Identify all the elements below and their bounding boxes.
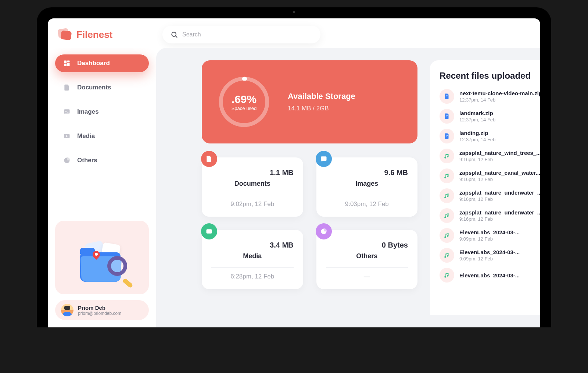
sidebar-item-documents[interactable]: Documents bbox=[55, 79, 149, 96]
sidebar-item-label: Media bbox=[77, 132, 95, 140]
user-card[interactable]: Priom Deb priom@priomdeb.com bbox=[55, 300, 149, 320]
images-icon bbox=[63, 108, 71, 116]
recent-item[interactable]: zapsplat_nature_underwater_...9:16pm, 12… bbox=[440, 208, 540, 223]
logo-icon bbox=[57, 26, 73, 43]
category-time: 6:28pm, 12 Feb bbox=[211, 273, 294, 280]
dashboard-icon bbox=[63, 60, 71, 67]
audio-icon bbox=[440, 228, 454, 243]
search-box[interactable] bbox=[162, 26, 320, 43]
media-icon bbox=[63, 132, 71, 140]
user-email: priom@priomdeb.com bbox=[78, 311, 121, 316]
recent-item[interactable]: ?landing.zip12:37pm, 14 Feb bbox=[440, 129, 540, 143]
audio-icon bbox=[440, 188, 454, 203]
svg-rect-5 bbox=[64, 64, 67, 66]
app-name: Filenest bbox=[76, 29, 112, 40]
storage-title: Available Storage bbox=[288, 92, 355, 101]
recent-file-name: zapsplat_nature_underwater_... bbox=[459, 209, 540, 216]
category-name: Media bbox=[211, 252, 294, 260]
category-time: 9:03pm, 12 Feb bbox=[326, 200, 408, 208]
category-name: Documents bbox=[211, 180, 294, 188]
recent-file-time: 12:37pm, 14 Feb bbox=[459, 117, 540, 122]
recent-item[interactable]: zapsplat_nature_underwater_...9:16pm, 12… bbox=[440, 188, 540, 203]
audio-icon bbox=[440, 149, 454, 163]
top-bar: Filenest bbox=[48, 18, 540, 48]
category-name: Images bbox=[326, 180, 408, 188]
category-time: — bbox=[326, 273, 408, 280]
sidebar-item-label: Dashboard bbox=[77, 60, 110, 67]
recent-file-time: 9:16pm, 12 Feb bbox=[459, 177, 540, 182]
recent-item[interactable]: zapsplat_nature_wind_trees_...9:16pm, 12… bbox=[440, 149, 540, 163]
svg-text:?: ? bbox=[446, 95, 448, 97]
sidebar-item-others[interactable]: Others bbox=[55, 152, 149, 169]
recent-file-name: landmark.zip bbox=[459, 110, 540, 116]
recent-file-time: 12:37pm, 14 Feb bbox=[459, 137, 540, 142]
recent-item[interactable]: ElevenLabs_2024-03-... bbox=[440, 268, 540, 283]
logo[interactable]: Filenest bbox=[57, 26, 152, 43]
category-card-media[interactable]: 3.4 MBMedia6:28pm, 12 Feb bbox=[202, 230, 303, 289]
category-card-documents[interactable]: 1.1 MBDocuments9:02pm, 12 Feb bbox=[202, 157, 303, 217]
sidebar-item-label: Documents bbox=[77, 84, 111, 91]
sidebar-item-images[interactable]: Images bbox=[55, 103, 149, 121]
recent-file-name: zapsplat_nature_underwater_... bbox=[459, 189, 540, 196]
audio-icon bbox=[440, 168, 454, 183]
category-size: 3.4 MB bbox=[211, 241, 294, 249]
svg-line-1 bbox=[176, 36, 177, 38]
media-icon bbox=[201, 223, 217, 239]
sidebar-item-label: Others bbox=[77, 157, 97, 164]
recent-file-time: 12:37pm, 14 Feb bbox=[459, 97, 540, 103]
recent-file-time: 9:16pm, 12 Feb bbox=[459, 216, 540, 222]
svg-rect-4 bbox=[67, 63, 70, 66]
recent-file-time: 9:09pm, 12 Feb bbox=[459, 256, 540, 262]
storage-gauge: .69% Space used bbox=[216, 74, 272, 129]
sidebar-item-dashboard[interactable]: Dashboard bbox=[55, 54, 149, 72]
sidebar-illustration bbox=[55, 221, 149, 294]
recent-file-name: landing.zip bbox=[459, 130, 540, 136]
category-card-others[interactable]: 0 BytesOthers— bbox=[316, 230, 418, 289]
svg-point-9 bbox=[221, 79, 267, 125]
recent-item[interactable]: ?landmark.zip12:37pm, 14 Feb bbox=[440, 109, 540, 124]
svg-text:?: ? bbox=[446, 115, 448, 117]
recent-file-name: ElevenLabs_2024-03-... bbox=[459, 272, 540, 278]
storage-subtitle: 14.1 MB / 2GB bbox=[288, 105, 355, 112]
svg-point-12 bbox=[322, 158, 323, 159]
svg-point-7 bbox=[65, 111, 67, 112]
recent-item[interactable]: ?next-temu-clone-video-main.zip12:37pm, … bbox=[440, 89, 540, 104]
documents-icon bbox=[201, 151, 217, 167]
recent-file-name: ElevenLabs_2024-03-... bbox=[459, 229, 540, 235]
category-time: 9:02pm, 12 Feb bbox=[211, 200, 294, 208]
audio-icon bbox=[440, 248, 454, 263]
others-icon bbox=[63, 157, 71, 164]
category-card-images[interactable]: 9.6 MBImages9:03pm, 12 Feb bbox=[316, 157, 418, 217]
recent-panel: Recent files uploaded ?next-temu-clone-v… bbox=[430, 60, 540, 315]
recent-file-name: next-temu-clone-video-main.zip bbox=[459, 90, 540, 96]
images-icon bbox=[316, 151, 332, 167]
category-size: 9.6 MB bbox=[326, 168, 408, 177]
svg-text:?: ? bbox=[446, 135, 448, 137]
recent-file-name: ElevenLabs_2024-03-... bbox=[459, 249, 540, 255]
avatar bbox=[61, 304, 74, 316]
recent-item[interactable]: ElevenLabs_2024-03-...9:09pm, 12 Feb bbox=[440, 228, 540, 243]
category-size: 0 Bytes bbox=[326, 241, 408, 249]
audio-icon bbox=[440, 268, 454, 283]
audio-icon bbox=[440, 208, 454, 223]
storage-card: .69% Space used Available Storage 14.1 M… bbox=[202, 60, 417, 143]
file-icon: ? bbox=[440, 129, 454, 143]
svg-rect-3 bbox=[67, 61, 70, 62]
svg-rect-2 bbox=[64, 61, 67, 63]
documents-icon bbox=[63, 84, 71, 91]
sidebar: DashboardDocumentsImagesMediaOthers Prio… bbox=[48, 48, 156, 327]
recent-item[interactable]: zapsplat_nature_canal_water...9:16pm, 12… bbox=[440, 168, 540, 183]
search-input[interactable] bbox=[182, 31, 312, 38]
sidebar-item-media[interactable]: Media bbox=[55, 127, 149, 145]
search-icon bbox=[171, 31, 178, 38]
recent-file-time: 9:16pm, 12 Feb bbox=[459, 196, 540, 202]
recent-file-name: zapsplat_nature_canal_water... bbox=[459, 170, 540, 176]
recent-file-name: zapsplat_nature_wind_trees_... bbox=[459, 150, 540, 156]
recent-item[interactable]: ElevenLabs_2024-03-...9:09pm, 12 Feb bbox=[440, 248, 540, 263]
category-size: 1.1 MB bbox=[211, 168, 294, 177]
storage-percent-label: Space used bbox=[232, 106, 257, 111]
file-icon: ? bbox=[440, 109, 454, 124]
recent-title: Recent files uploaded bbox=[440, 71, 540, 81]
category-name: Others bbox=[326, 252, 408, 260]
user-name: Priom Deb bbox=[78, 305, 121, 311]
